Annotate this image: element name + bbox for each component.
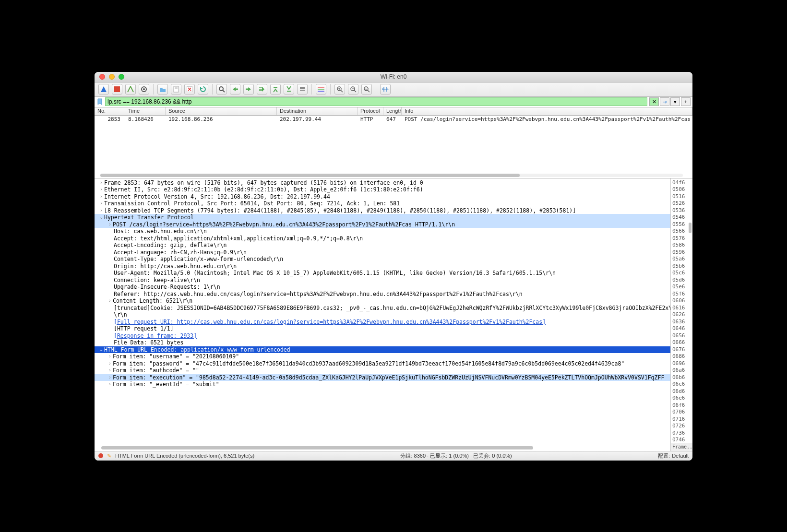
- tree-header-accept-encoding[interactable]: Accept-Encoding: gzip, deflate\r\n: [95, 242, 670, 249]
- tree-response-frame[interactable]: [Response in frame: 2933]: [95, 332, 670, 340]
- tree-content-length[interactable]: ›Content-Length: 6521\r\n: [95, 297, 670, 305]
- byte-offset: 0686: [672, 353, 691, 360]
- restart-capture-button[interactable]: [125, 84, 136, 95]
- tree-header-user-agent[interactable]: User-Agent: Mozilla/5.0 (Macintosh; Inte…: [95, 270, 670, 277]
- tree-form-eventid[interactable]: ›Form item: "_eventId" = "submit": [95, 381, 670, 388]
- go-back-button[interactable]: [230, 84, 240, 95]
- tree-form-authcode[interactable]: ›Form item: "authcode" = "": [95, 367, 670, 374]
- capture-options-button[interactable]: [139, 84, 149, 95]
- bytes-tab[interactable]: Frame...: [671, 443, 692, 451]
- packet-bytes[interactable]: 04f6050605160526053605460556056605760586…: [670, 178, 692, 451]
- stop-capture-button[interactable]: [112, 84, 122, 95]
- tree-reassembled[interactable]: ›[8 Reassembled TCP Segments (7794 bytes…: [95, 207, 670, 214]
- expand-icon[interactable]: ›: [98, 186, 104, 193]
- reload-button[interactable]: [198, 84, 208, 95]
- byte-offset: 0516: [672, 193, 691, 201]
- packet-list[interactable]: 2853 8.168426 192.168.86.236 202.197.99.…: [95, 116, 692, 178]
- collapse-icon[interactable]: ⌄: [98, 214, 104, 221]
- byte-offset: 04f6: [672, 179, 691, 187]
- column-time[interactable]: Time: [125, 107, 166, 115]
- tree-form-execution[interactable]: ›Form item: "execution" = "985d8a52-2274…: [95, 374, 670, 381]
- svg-line-28: [354, 90, 356, 92]
- column-info[interactable]: Info: [402, 107, 692, 115]
- tree-header-accept[interactable]: Accept: text/html,application/xhtml+xml,…: [95, 235, 670, 242]
- expand-icon[interactable]: ›: [107, 381, 113, 388]
- expand-icon[interactable]: ›: [107, 353, 113, 360]
- go-to-packet-button[interactable]: [257, 84, 267, 95]
- filter-dropdown-button[interactable]: ▾: [670, 97, 680, 106]
- expand-icon[interactable]: ›: [107, 360, 113, 367]
- display-filter-input[interactable]: [105, 97, 647, 106]
- tree-form-urlencoded[interactable]: ⌄HTML Form URL Encoded: application/x-ww…: [95, 346, 670, 354]
- start-capture-button[interactable]: [98, 84, 109, 95]
- byte-offset: 06b6: [672, 374, 691, 381]
- tree-crlf[interactable]: \r\n: [95, 311, 670, 319]
- expand-icon[interactable]: ›: [107, 374, 113, 381]
- h-scrollbar[interactable]: [100, 174, 683, 177]
- expand-icon[interactable]: ›: [107, 367, 113, 374]
- titlebar[interactable]: Wi-Fi: en0: [95, 72, 692, 83]
- separator: [330, 84, 331, 95]
- h-scrollbar[interactable]: [101, 446, 533, 449]
- column-length[interactable]: Length: [383, 107, 402, 115]
- packet-row[interactable]: 2853 8.168426 192.168.86.236 202.197.99.…: [95, 116, 692, 123]
- tree-header-connection[interactable]: Connection: keep-alive\r\n: [95, 277, 670, 284]
- v-scrollbar[interactable]: [689, 223, 692, 233]
- tree-header-cookie[interactable]: [truncated]Cookie: JSESSIONID=6AB4B5DDC9…: [95, 305, 670, 312]
- expand-icon[interactable]: ›: [107, 221, 113, 228]
- byte-offset: 0726: [672, 423, 691, 430]
- tree-tcp[interactable]: ›Transmission Control Protocol, Src Port…: [95, 200, 670, 207]
- tree-frame[interactable]: ›Frame 2853: 647 bytes on wire (5176 bit…: [95, 179, 670, 187]
- column-destination[interactable]: Destination: [277, 107, 358, 115]
- add-filter-button[interactable]: +: [681, 97, 691, 106]
- status-profile[interactable]: Default: [672, 453, 689, 459]
- colorize-button[interactable]: [316, 84, 326, 95]
- go-forward-button[interactable]: [243, 84, 254, 95]
- expand-icon[interactable]: ›: [98, 200, 104, 207]
- tree-header-referer[interactable]: Referer: http://cas.web.hnu.edu.cn/cas/l…: [95, 291, 670, 298]
- cell-info: POST /cas/login?service=https%3A%2F%2Fwe…: [402, 116, 692, 122]
- column-protocol[interactable]: Protocol: [358, 107, 383, 115]
- zoom-out-button[interactable]: [348, 84, 358, 95]
- tree-header-origin[interactable]: Origin: http://cas.web.hnu.edu.cn\r\n: [95, 263, 670, 270]
- save-file-button[interactable]: [171, 84, 181, 95]
- column-no[interactable]: No.: [95, 107, 125, 115]
- column-source[interactable]: Source: [166, 107, 277, 115]
- packet-details[interactable]: ›Frame 2853: 647 bytes on wire (5176 bit…: [95, 178, 670, 451]
- tree-ethernet[interactable]: ›Ethernet II, Src: e2:8d:9f:c2:11:0b (e2…: [95, 186, 670, 193]
- tree-post-line[interactable]: ›POST /cas/login?service=https%3A%2F%2Fw…: [95, 221, 670, 228]
- tree-header-content-type[interactable]: Content-Type: application/x-www-form-url…: [95, 256, 670, 263]
- expert-info-icon[interactable]: [98, 453, 103, 458]
- collapse-icon[interactable]: ⌄: [98, 346, 104, 354]
- expand-icon[interactable]: ›: [98, 193, 104, 201]
- tree-form-username[interactable]: ›Form item: "username" = "202108060109": [95, 353, 670, 360]
- tree-header-host[interactable]: Host: cas.web.hnu.edu.cn\r\n: [95, 228, 670, 235]
- go-first-button[interactable]: [270, 84, 281, 95]
- zoom-in-button[interactable]: [334, 84, 345, 95]
- tree-file-data[interactable]: File Data: 6521 bytes: [95, 339, 670, 346]
- zoom-reset-button[interactable]: 1: [361, 84, 372, 95]
- go-last-button[interactable]: [284, 84, 294, 95]
- open-file-button[interactable]: [157, 84, 168, 95]
- tree-header-upgrade[interactable]: Upgrade-Insecure-Requests: 1\r\n: [95, 284, 670, 291]
- bookmark-icon[interactable]: [96, 98, 103, 105]
- tree-request-num[interactable]: [HTTP request 1/1]: [95, 325, 670, 332]
- expand-icon[interactable]: ›: [107, 297, 113, 305]
- tree-form-password[interactable]: ›Form item: "password" = "47c4c911dfdde5…: [95, 360, 670, 367]
- edit-icon[interactable]: ✎: [107, 453, 111, 459]
- svg-rect-19: [318, 87, 324, 88]
- window-title: Wi-Fi: en0: [95, 73, 692, 80]
- tree-http[interactable]: ⌄Hypertext Transfer Protocol: [95, 214, 670, 221]
- packet-list-header[interactable]: No. Time Source Destination Protocol Len…: [95, 107, 692, 116]
- clear-filter-button[interactable]: ✕: [649, 97, 659, 106]
- tree-ip[interactable]: ›Internet Protocol Version 4, Src: 192.1…: [95, 193, 670, 201]
- tree-header-accept-language[interactable]: Accept-Language: zh-CN,zh-Hans;q=0.9\r\n: [95, 249, 670, 256]
- find-button[interactable]: [216, 84, 227, 95]
- tree-full-uri[interactable]: [Full request URI: http://cas.web.hnu.ed…: [95, 319, 670, 326]
- resize-columns-button[interactable]: [380, 84, 391, 95]
- expand-icon[interactable]: ›: [98, 207, 104, 214]
- expand-icon[interactable]: ›: [98, 179, 104, 187]
- apply-filter-button[interactable]: ➔: [660, 97, 669, 106]
- auto-scroll-button[interactable]: [297, 84, 308, 95]
- close-file-button[interactable]: [184, 84, 195, 95]
